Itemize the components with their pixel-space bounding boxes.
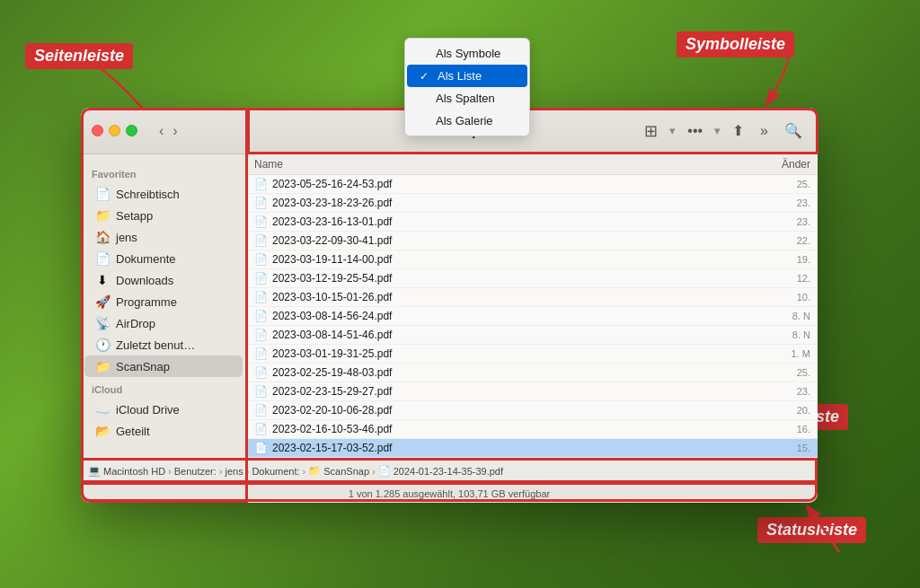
file-name: 2023-02-15-17-03-52.pdf — [272, 442, 756, 454]
sidebar-item-airdrop[interactable]: 📡 AirDrop — [84, 312, 243, 334]
share-button[interactable]: ⬆ — [728, 119, 748, 142]
recent-icon: 🕐 — [95, 338, 110, 352]
file-row[interactable]: 📄 2023-03-22-09-30-41.pdf 22. — [247, 232, 818, 250]
pdf-icon: 📄 — [254, 272, 268, 285]
status-text: 1 von 1.285 ausgewählt, 103,71 GB verfüg… — [349, 488, 550, 499]
folder-path-icon: 📁 — [308, 465, 321, 477]
dropdown-als-spalten[interactable]: Als Spalten — [405, 87, 529, 110]
path-segment-macintosh[interactable]: 💻 Macintosh HD — [88, 465, 165, 477]
file-row[interactable]: 📄 2023-03-10-15-01-26.pdf 10. — [247, 288, 818, 307]
file-row-selected[interactable]: 📄 2023-02-15-17-03-52.pdf 15. — [247, 439, 818, 458]
scansnap-icon: 📁 — [95, 359, 110, 373]
file-name: 2023-02-20-10-06-28.pdf — [272, 404, 756, 417]
file-row[interactable]: 📄 2023-02-25-19-48-03.pdf 25. — [247, 364, 818, 382]
toolbar-right: ⊞ ▾ ••• ▾ ⬆ » 🔍 — [640, 118, 807, 144]
sidebar-item-downloads[interactable]: ⬇ Downloads — [84, 269, 243, 291]
file-row[interactable]: 📄 2023-03-23-18-23-26.pdf 23. — [247, 194, 818, 213]
file-name: 2023-03-10-15-01-26.pdf — [272, 291, 756, 303]
file-row[interactable]: 📄 2023-03-12-19-25-54.pdf 12. — [247, 269, 818, 288]
back-button[interactable]: ‹ — [155, 121, 167, 141]
pdf-icon: 📄 — [254, 385, 268, 398]
path-segment-file[interactable]: 📄 2024-01-23-14-35-39.pdf — [378, 465, 503, 477]
path-label-jens: jens — [226, 466, 243, 477]
file-name: 2023-03-22-09-30-41.pdf — [272, 234, 756, 247]
path-segment-scansnap[interactable]: 📁 ScanSnap — [308, 465, 369, 477]
options-button[interactable]: ••• — [683, 120, 707, 142]
path-label-scansnap: ScanSnap — [323, 466, 369, 477]
maximize-button[interactable] — [126, 125, 137, 136]
sidebar-label-icloud: iCloud Drive — [116, 403, 180, 417]
file-row[interactable]: 📄 2023-02-16-10-53-46.pdf 16. — [247, 420, 818, 439]
pdf-icon: 📄 — [254, 442, 268, 454]
mac-icon: 💻 — [88, 465, 101, 477]
file-name: 2023-02-23-15-29-27.pdf — [272, 385, 756, 398]
dropdown-als-symbole[interactable]: Als Symbole — [405, 42, 529, 65]
file-row[interactable]: 📄 2023-03-08-14-51-46.pdf 8. N — [247, 326, 818, 345]
file-row[interactable]: 📄 2023-02-20-10-06-28.pdf 20. — [247, 401, 818, 420]
sidebar-item-dokumente[interactable]: 📄 Dokumente — [84, 248, 243, 269]
file-row[interactable]: 📄 2023-03-19-11-14-00.pdf 19. — [247, 250, 818, 269]
file-name: 2023-03-08-14-56-24.pdf — [272, 310, 756, 322]
close-button[interactable] — [92, 125, 103, 136]
pdf-icon: 📄 — [254, 234, 268, 247]
sidebar-item-schreibtisch[interactable]: 📄 Schreibtisch — [84, 183, 243, 205]
file-date: 20. — [756, 405, 810, 416]
sidebar-item-jens[interactable]: 🏠 jens — [84, 226, 243, 248]
pdf-icon: 📄 — [254, 404, 268, 417]
pdf-icon: 📄 — [254, 178, 268, 190]
sidebar-label-jens: jens — [116, 231, 137, 244]
sidebar-item-scansnap[interactable]: 📁 ScanSnap — [84, 355, 243, 377]
more-button[interactable]: » — [756, 120, 773, 142]
sidebar-label-geteilt: Geteilt — [116, 425, 150, 438]
dropdown-als-liste[interactable]: ✓ Als Liste — [407, 65, 527, 87]
pdf-icon: 📄 — [254, 310, 268, 322]
sidebar-label-downloads: Downloads — [116, 274, 173, 287]
forward-button[interactable]: › — [169, 121, 181, 141]
sidebar-item-geteilt[interactable]: 📂 Geteilt — [84, 420, 243, 442]
pdf-icon: 📄 — [254, 215, 268, 228]
path-segment-benutzer[interactable]: Benutzer: — [174, 466, 217, 477]
document-icon: 📄 — [95, 187, 110, 201]
statusleiste-label: Statusleiste — [757, 517, 866, 543]
minimize-button[interactable] — [109, 125, 120, 136]
dropdown-als-galerie[interactable]: Als Galerie — [405, 110, 529, 132]
sidebar-item-programme[interactable]: 🚀 Programme — [84, 291, 243, 312]
file-row[interactable]: 📄 2023-02-23-15-29-27.pdf 23. — [247, 382, 818, 401]
file-list: Name Änder 📄 2023-05-25-16-24-53.pdf 25.… — [247, 154, 818, 458]
downloads-icon: ⬇ — [95, 273, 110, 287]
file-date: 23. — [756, 216, 810, 227]
finder-window: ‹ › ScanSnap ⊞ ▾ ••• ▾ ⬆ » 🔍 Favoriten 📄… — [81, 108, 818, 503]
icloud-icon: ☁️ — [95, 402, 110, 417]
pdf-icon: 📄 — [254, 253, 268, 266]
path-segment-jens[interactable]: jens — [226, 466, 243, 477]
sidebar-item-zuletzt[interactable]: 🕐 Zuletzt benut… — [84, 334, 243, 355]
airdrop-icon: 📡 — [95, 316, 110, 330]
sidebar-item-icloud[interactable]: ☁️ iCloud Drive — [84, 399, 243, 420]
column-name: Name — [254, 158, 756, 171]
file-list-header: Name Änder — [247, 154, 818, 175]
file-date: 10. — [756, 292, 810, 303]
pdf-icon: 📄 — [254, 347, 268, 360]
pdf-icon: 📄 — [254, 423, 268, 435]
sidebar-label-scansnap: ScanSnap — [116, 360, 170, 373]
sidebar-label-programme: Programme — [116, 295, 177, 309]
file-row[interactable]: 📄 2023-03-23-16-13-01.pdf 23. — [247, 213, 818, 232]
sidebar-item-setapp[interactable]: 📁 Setapp — [84, 205, 243, 226]
view-button[interactable]: ⊞ — [640, 118, 662, 144]
path-segment-dokument[interactable]: Dokument: — [252, 466, 299, 477]
file-row[interactable]: 📄 2023-03-01-19-31-25.pdf 1. M — [247, 345, 818, 364]
path-separator: › — [219, 466, 223, 477]
search-button[interactable]: 🔍 — [780, 119, 807, 142]
path-separator: › — [303, 466, 306, 477]
dropdown-label-als-liste: Als Liste — [438, 69, 482, 83]
file-row[interactable]: 📄 2023-03-08-14-56-24.pdf 8. N — [247, 307, 818, 326]
sidebar-label-dokumente: Dokumente — [116, 252, 175, 266]
folder-icon: 📁 — [95, 208, 110, 223]
file-row[interactable]: 📄 2023-05-25-16-24-53.pdf 25. — [247, 175, 818, 194]
file-date: 8. N — [756, 311, 810, 321]
file-name: 2023-03-01-19-31-25.pdf — [272, 347, 756, 360]
path-label-dokument: Dokument: — [252, 466, 299, 477]
nav-buttons: ‹ › — [155, 121, 181, 141]
file-date: 16. — [756, 424, 810, 434]
sidebar-label-setapp: Setapp — [116, 209, 153, 223]
